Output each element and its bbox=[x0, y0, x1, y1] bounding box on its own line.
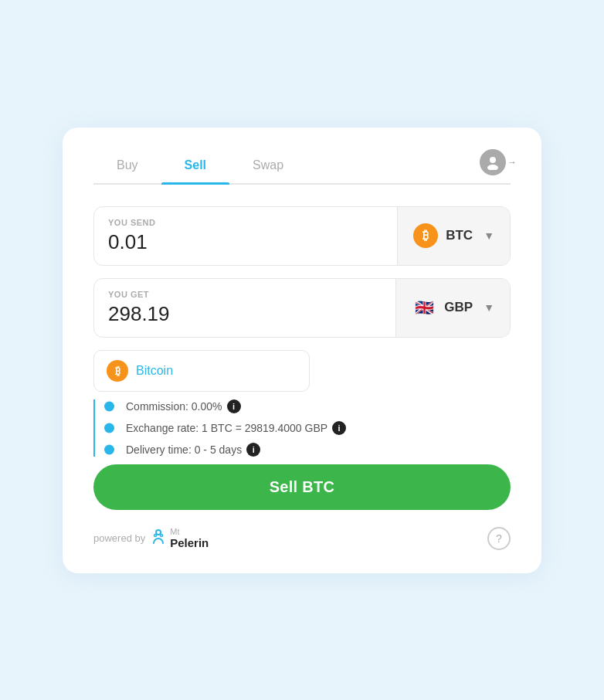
commission-line: Commission: 0.00% i bbox=[109, 399, 511, 413]
send-input-area: YOU SEND 0.01 bbox=[94, 207, 397, 265]
get-currency-chevron-icon: ▼ bbox=[484, 301, 494, 314]
info-wrapper: Commission: 0.00% i Exchange rate: 1 BTC… bbox=[93, 399, 511, 457]
send-row: YOU SEND 0.01 ₿ BTC ▼ bbox=[93, 206, 511, 266]
vertical-timeline-line bbox=[93, 399, 95, 457]
get-input-area: YOU GET 298.19 bbox=[94, 279, 395, 337]
tab-buy[interactable]: Buy bbox=[93, 151, 161, 183]
svg-point-3 bbox=[154, 535, 157, 537]
get-row: YOU GET 298.19 🇬🇧 GBP ▼ bbox=[93, 278, 511, 338]
send-currency-chevron-icon: ▼ bbox=[484, 229, 494, 242]
main-card: → Buy Sell Swap YOU SEND 0.01 ₿ BTC ▼ YO… bbox=[63, 127, 541, 573]
tab-sell[interactable]: Sell bbox=[161, 151, 229, 183]
mt-pelerin-name: Mt Pelerin bbox=[170, 528, 209, 549]
get-value[interactable]: 298.19 bbox=[108, 302, 382, 326]
asset-dropdown-section: ₿ Bitcoin bbox=[93, 350, 511, 392]
commission-dot bbox=[104, 401, 114, 411]
tab-bar: Buy Sell Swap bbox=[93, 151, 511, 185]
send-currency-select[interactable]: ₿ BTC ▼ bbox=[397, 207, 510, 265]
send-currency-code: BTC bbox=[446, 228, 473, 243]
delivery-time-dot bbox=[104, 444, 114, 454]
get-currency-select[interactable]: 🇬🇧 GBP ▼ bbox=[395, 279, 510, 337]
get-label: YOU GET bbox=[108, 290, 382, 299]
svg-point-4 bbox=[161, 535, 163, 537]
asset-name: Bitcoin bbox=[136, 364, 173, 378]
help-button[interactable]: ? bbox=[487, 527, 511, 550]
get-currency-code: GBP bbox=[444, 300, 473, 315]
sell-button[interactable]: Sell BTC bbox=[93, 464, 511, 510]
mt-pelerin-logo[interactable]: Mt Pelerin bbox=[150, 528, 209, 549]
commission-text: Commission: 0.00% bbox=[126, 400, 222, 413]
asset-btc-icon: ₿ bbox=[107, 360, 128, 382]
commission-info-icon[interactable]: i bbox=[227, 399, 241, 413]
delivery-time-line: Delivery time: 0 - 5 days i bbox=[109, 443, 511, 457]
svg-point-2 bbox=[156, 530, 161, 535]
exchange-rate-dot bbox=[104, 423, 114, 433]
exchange-rate-info-icon[interactable]: i bbox=[332, 421, 346, 435]
exchange-rate-line: Exchange rate: 1 BTC = 29819.4000 GBP i bbox=[109, 421, 511, 435]
delivery-time-text: Delivery time: 0 - 5 days bbox=[126, 443, 242, 456]
send-value[interactable]: 0.01 bbox=[108, 230, 383, 254]
gbp-flag-icon: 🇬🇧 bbox=[412, 295, 436, 320]
footer: powered by Mt Pelerin ? bbox=[93, 527, 511, 550]
delivery-time-info-icon[interactable]: i bbox=[246, 443, 260, 457]
exchange-rate-text: Exchange rate: 1 BTC = 29819.4000 GBP bbox=[126, 422, 327, 434]
mt-pelerin-icon bbox=[150, 528, 167, 549]
powered-by-label: powered by bbox=[93, 532, 145, 544]
tab-swap[interactable]: Swap bbox=[229, 151, 307, 183]
send-label: YOU SEND bbox=[108, 218, 383, 227]
btc-icon: ₿ bbox=[413, 223, 438, 248]
powered-by-area: powered by Mt Pelerin bbox=[93, 528, 209, 549]
asset-dropdown[interactable]: ₿ Bitcoin bbox=[93, 350, 310, 392]
